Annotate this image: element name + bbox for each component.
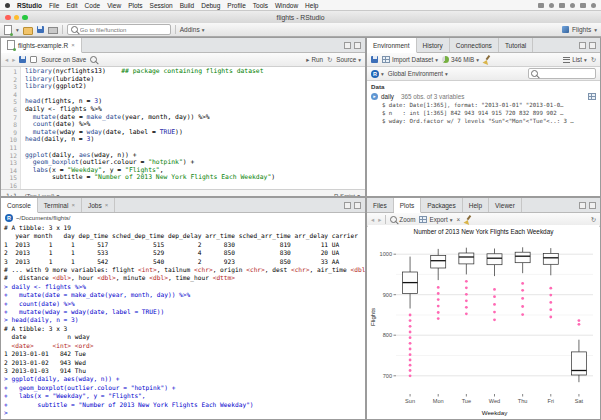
forward-icon[interactable]: ▸ bbox=[12, 56, 15, 63]
clock-icon[interactable] bbox=[591, 3, 596, 8]
minimize-window-icon[interactable] bbox=[14, 15, 20, 21]
tab-flights-example-r[interactable]: flights-example.R× bbox=[1, 38, 82, 53]
menu-item-help[interactable]: Help bbox=[305, 2, 318, 9]
tab-viewer[interactable]: Viewer bbox=[489, 198, 522, 212]
tab-close-icon[interactable]: × bbox=[105, 202, 109, 208]
working-dir-path[interactable]: ~/Documents/flights/ bbox=[16, 215, 71, 221]
battery-icon[interactable] bbox=[549, 3, 554, 8]
tab-files[interactable]: Files bbox=[367, 198, 394, 212]
addins-button[interactable]: Addins ▾ bbox=[180, 26, 205, 33]
rerun-icon[interactable]: ↻ bbox=[327, 56, 332, 63]
minimize-pane-icon[interactable] bbox=[579, 42, 586, 49]
tab-history[interactable]: History bbox=[417, 38, 450, 52]
tab-help[interactable]: Help bbox=[463, 198, 489, 212]
run-button[interactable]: ▸ Run bbox=[306, 56, 323, 63]
tab-jobs[interactable]: Jobs× bbox=[82, 198, 115, 212]
print-icon[interactable] bbox=[48, 27, 58, 34]
console-line: <date> <int> <ord> bbox=[4, 342, 362, 350]
expand-object-icon[interactable]: ▸ bbox=[371, 93, 378, 100]
tab-connections[interactable]: Connections bbox=[450, 38, 499, 52]
clear-all-plots-broom-icon[interactable] bbox=[464, 215, 472, 224]
close-window-icon[interactable] bbox=[5, 15, 11, 21]
editor-code[interactable]: library(nycflights13) ## package contain… bbox=[21, 67, 365, 189]
list-view-button[interactable]: List ▾ bbox=[563, 56, 587, 63]
keyboard-icon[interactable] bbox=[538, 3, 544, 8]
tab-environment[interactable]: Environment bbox=[367, 38, 417, 53]
menu-item-debug[interactable]: Debug bbox=[201, 2, 220, 9]
new-file-icon[interactable] bbox=[4, 25, 12, 35]
line-number: 3 bbox=[1, 83, 17, 91]
menu-item-view[interactable]: View bbox=[107, 2, 121, 9]
menu-item-plots[interactable]: Plots bbox=[128, 2, 142, 9]
export-button[interactable]: Export ▾ bbox=[419, 216, 452, 223]
control-center-icon[interactable] bbox=[580, 3, 586, 8]
menu-item-profile[interactable]: Profile bbox=[227, 2, 245, 9]
x-tick-label: Fri bbox=[548, 398, 555, 404]
save-file-icon[interactable] bbox=[19, 56, 26, 63]
import-dataset-button[interactable]: Import Dataset ▾ bbox=[382, 56, 438, 63]
next-plot-icon[interactable]: ▸ bbox=[378, 216, 381, 223]
maximize-pane-icon[interactable] bbox=[354, 202, 361, 209]
goto-file-box[interactable] bbox=[67, 24, 171, 35]
tab-plots[interactable]: Plots bbox=[394, 198, 421, 213]
outlier-point bbox=[465, 280, 468, 283]
maximize-pane-icon[interactable] bbox=[589, 42, 596, 49]
clear-workspace-broom-icon[interactable] bbox=[483, 55, 491, 64]
outlier-point bbox=[549, 287, 552, 290]
outlier-point bbox=[437, 292, 440, 295]
maximize-pane-icon[interactable] bbox=[589, 202, 596, 209]
menu-item-code[interactable]: Code bbox=[85, 2, 101, 9]
menu-item-edit[interactable]: Edit bbox=[66, 2, 77, 9]
view-data-icon[interactable] bbox=[588, 93, 596, 100]
refresh-icon[interactable]: ↻ bbox=[591, 56, 596, 63]
tab-terminal[interactable]: Terminal× bbox=[38, 198, 82, 212]
zoom-button[interactable]: Zoom bbox=[390, 216, 415, 223]
menu-item-window[interactable]: Window bbox=[275, 2, 298, 9]
environment-selector[interactable]: Global Environment ▾ bbox=[388, 70, 448, 77]
r-language-selector[interactable]: R ▾ bbox=[371, 70, 384, 78]
tab-close-icon[interactable]: × bbox=[71, 42, 75, 48]
back-icon[interactable]: ◂ bbox=[5, 56, 8, 63]
menu-item-session[interactable]: Session bbox=[150, 2, 173, 9]
plot-canvas[interactable]: 7008009001000SunMonTueWedThuFriSatNumber… bbox=[368, 225, 599, 418]
code-editor[interactable]: 12345678910111213141516 library(nycfligh… bbox=[1, 67, 365, 189]
minimize-pane-icon[interactable] bbox=[344, 42, 351, 49]
menu-item-tools[interactable]: Tools bbox=[253, 2, 268, 9]
environment-search-input[interactable] bbox=[540, 71, 593, 77]
environment-search-box[interactable] bbox=[528, 68, 596, 79]
console-output[interactable]: # A tibble: 3 x 19 year month day dep_ti… bbox=[1, 223, 365, 418]
wifi-icon[interactable] bbox=[559, 3, 565, 8]
minimize-pane-icon[interactable] bbox=[344, 202, 351, 209]
spotlight-icon[interactable] bbox=[570, 3, 575, 8]
save-workspace-icon[interactable] bbox=[371, 56, 378, 63]
menu-item-rstudio[interactable]: RStudio bbox=[17, 2, 42, 9]
menu-item-build[interactable]: Build bbox=[180, 2, 194, 9]
minimize-pane-icon[interactable] bbox=[579, 202, 586, 209]
apple-menu-icon[interactable] bbox=[5, 3, 10, 8]
refresh-icon[interactable]: ↻ bbox=[591, 216, 596, 223]
toolbar-divider bbox=[62, 25, 63, 34]
memory-usage-button[interactable]: 346 MiB ▾ bbox=[442, 56, 479, 63]
menu-item-file[interactable]: File bbox=[49, 2, 59, 9]
environment-tabstrip: EnvironmentHistoryConnectionsTutorial bbox=[367, 38, 600, 53]
tab-tutorial[interactable]: Tutorial bbox=[499, 38, 533, 52]
project-button[interactable]: Flights ▾ bbox=[562, 26, 597, 33]
tab-packages[interactable]: Packages bbox=[421, 198, 463, 212]
goto-file-input[interactable] bbox=[80, 27, 167, 33]
new-file-dropdown-icon[interactable]: ▾ bbox=[16, 27, 19, 33]
remove-plot-icon[interactable]: × bbox=[456, 216, 460, 223]
zoom-window-icon[interactable] bbox=[22, 15, 28, 21]
console-line: > bbox=[4, 409, 362, 417]
r-logo-icon: R bbox=[5, 214, 13, 222]
tab-close-icon[interactable]: × bbox=[71, 202, 75, 208]
x-tick-label: Tue bbox=[462, 398, 471, 404]
find-replace-icon[interactable] bbox=[90, 56, 97, 63]
maximize-pane-icon[interactable] bbox=[354, 42, 361, 49]
source-on-save-checkbox[interactable] bbox=[30, 56, 37, 63]
previous-plot-icon[interactable]: ◂ bbox=[371, 216, 374, 223]
open-file-icon[interactable] bbox=[23, 27, 33, 35]
source-button[interactable]: Source ▾ bbox=[336, 56, 361, 63]
environment-object-daily[interactable]: ▸daily365 obs. of 3 variables bbox=[367, 91, 600, 101]
save-icon[interactable] bbox=[37, 26, 44, 33]
tab-console[interactable]: Console bbox=[1, 198, 38, 213]
